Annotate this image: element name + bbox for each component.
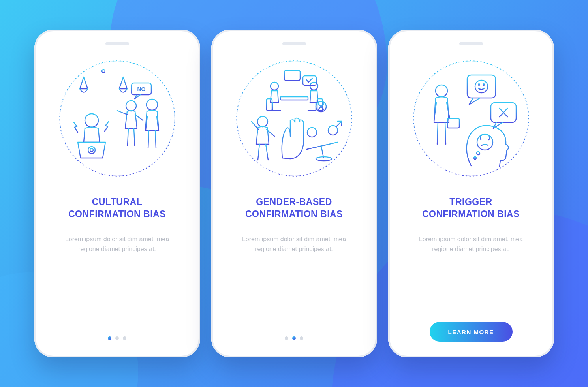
card-title: GENDER-BASED CONFIRMATION BIAS bbox=[245, 196, 343, 220]
dot-3[interactable] bbox=[300, 336, 303, 340]
svg-point-18 bbox=[271, 82, 278, 90]
illustration-gender-bias-icon bbox=[235, 59, 353, 178]
card-body: Lorem ipsum dolor sit dim amet, mea regi… bbox=[58, 235, 177, 254]
illustration-trigger-bias-icon bbox=[412, 59, 530, 178]
svg-point-50 bbox=[477, 134, 493, 150]
onboarding-card-2: GENDER-BASED CONFIRMATION BIAS Lorem ips… bbox=[211, 30, 377, 357]
dot-2[interactable] bbox=[115, 336, 119, 340]
svg-line-36 bbox=[336, 121, 342, 127]
card-body: Lorem ipsum dolor sit dim amet, mea regi… bbox=[412, 235, 530, 254]
svg-line-29 bbox=[266, 144, 268, 160]
dot-1[interactable] bbox=[108, 336, 111, 340]
svg-rect-19 bbox=[267, 99, 272, 111]
svg-point-4 bbox=[126, 101, 136, 111]
svg-line-5 bbox=[128, 128, 128, 145]
learn-more-button[interactable]: LEARN MORE bbox=[430, 322, 513, 342]
speech-no-label: NO bbox=[137, 86, 145, 92]
svg-point-7 bbox=[147, 99, 158, 110]
svg-point-14 bbox=[90, 148, 93, 152]
svg-point-27 bbox=[257, 116, 268, 127]
phone-speaker bbox=[282, 42, 306, 45]
pagination-dots bbox=[108, 336, 126, 340]
svg-point-32 bbox=[307, 128, 317, 137]
svg-point-46 bbox=[475, 80, 488, 93]
svg-rect-45 bbox=[467, 75, 496, 98]
onboarding-card-3: TRIGGER CONFIRMATION BIAS Lorem ipsum do… bbox=[388, 30, 554, 357]
svg-point-47 bbox=[478, 84, 480, 85]
dot-2[interactable] bbox=[292, 336, 296, 340]
svg-point-52 bbox=[474, 157, 476, 159]
svg-line-30 bbox=[307, 142, 338, 149]
svg-rect-23 bbox=[284, 70, 300, 81]
svg-line-10 bbox=[148, 130, 149, 148]
svg-line-28 bbox=[258, 144, 259, 160]
svg-line-44 bbox=[445, 122, 446, 144]
svg-line-43 bbox=[437, 122, 438, 144]
card-title: CULTURAL CONFIRMATION BIAS bbox=[68, 196, 166, 220]
svg-line-11 bbox=[155, 130, 156, 148]
svg-point-48 bbox=[483, 84, 485, 85]
card-body: Lorem ipsum dolor sit dim amet, mea regi… bbox=[235, 235, 353, 254]
svg-line-6 bbox=[134, 128, 135, 145]
pagination-dots bbox=[285, 336, 303, 340]
card-title: TRIGGER CONFIRMATION BIAS bbox=[422, 196, 520, 220]
phone-speaker bbox=[105, 42, 129, 45]
svg-point-51 bbox=[477, 152, 480, 155]
phone-row: NO bbox=[34, 30, 554, 357]
phone-speaker bbox=[459, 42, 483, 45]
onboarding-background: NO bbox=[0, 0, 588, 387]
svg-point-37 bbox=[436, 85, 447, 97]
svg-point-12 bbox=[85, 114, 98, 127]
dot-3[interactable] bbox=[123, 336, 126, 340]
onboarding-card-1: NO bbox=[34, 30, 200, 357]
dot-1[interactable] bbox=[285, 336, 288, 340]
svg-point-13 bbox=[88, 147, 95, 154]
illustration-cultural-bias-icon: NO bbox=[58, 59, 177, 178]
